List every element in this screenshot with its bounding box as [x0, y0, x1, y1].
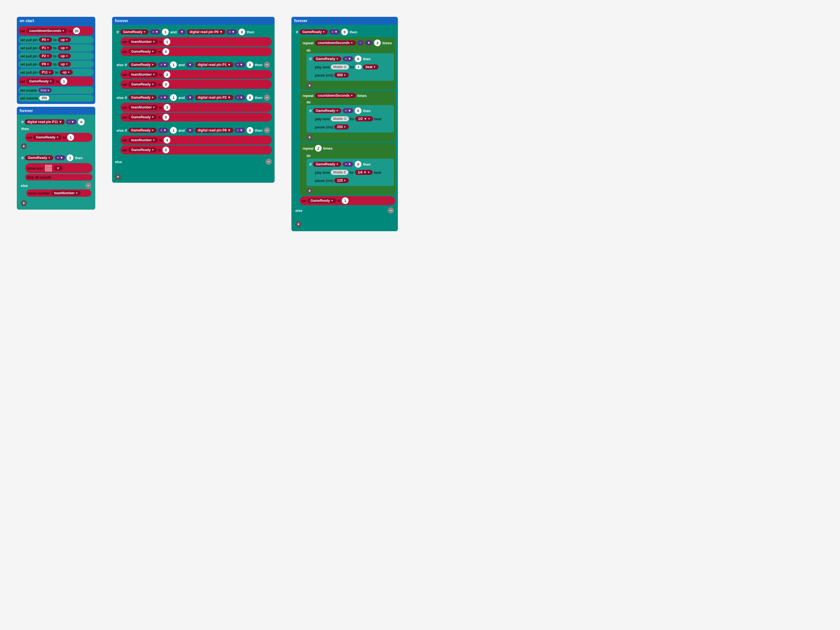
- else-col2-body: [115, 165, 272, 171]
- plus-repeat1[interactable]: +: [306, 82, 313, 88]
- dir-up-p0[interactable]: up: [58, 37, 71, 42]
- val-1-p2: 1: [170, 94, 177, 101]
- minus-p2[interactable]: −: [264, 95, 270, 101]
- plus-btn-col3[interactable]: +: [295, 221, 302, 227]
- val-2-r3: 2: [315, 145, 322, 152]
- countdown-div2[interactable]: countdownSeconds: [315, 40, 356, 46]
- team-num-3[interactable]: teamNumber: [128, 105, 158, 110]
- quarter-beat[interactable]: 1/4 ▼: [355, 170, 373, 175]
- ms-125[interactable]: 125: [334, 178, 349, 183]
- stop-all-sounds-row: stop all sounds: [25, 174, 92, 180]
- pin-p2[interactable]: P2: [39, 54, 52, 58]
- ms-500[interactable]: 500: [334, 73, 349, 77]
- team-number-var[interactable]: teamNumber: [51, 191, 81, 196]
- eq-op-p11[interactable]: = ▼: [66, 119, 76, 125]
- gr-0-p2[interactable]: GameReady: [128, 115, 156, 120]
- if-gr0-inner2-body: play tone Middle G for 1/2 ▼ beat pause …: [313, 115, 393, 131]
- gr-col3[interactable]: GameReady: [300, 29, 328, 35]
- pin-p0[interactable]: P0: [39, 37, 52, 42]
- pin-p8[interactable]: P8: [39, 62, 52, 67]
- gr-p2[interactable]: GameReady: [128, 95, 156, 100]
- eq-gr-col3[interactable]: = ▼: [329, 29, 340, 35]
- digital-read-p0[interactable]: digital read pin P0 ▼: [187, 29, 225, 35]
- eq-p0[interactable]: = ▼: [226, 29, 237, 35]
- digital-read-p8[interactable]: digital read pin P8 ▼: [195, 128, 233, 133]
- and-dd-p2[interactable]: ▼: [186, 95, 194, 100]
- plus-repeat3[interactable]: +: [306, 188, 313, 194]
- repeat-2-header: repeat 2 times: [301, 144, 394, 153]
- gr-col3-set[interactable]: GameReady: [308, 198, 336, 203]
- else-if-p2-header: else if GameReady = ▼ 1 and ▼ digital re…: [115, 93, 272, 102]
- minus-else-col3[interactable]: −: [388, 207, 394, 213]
- eq-gr-p1[interactable]: = ▼: [158, 62, 169, 67]
- else-header-col1: else −: [21, 182, 92, 189]
- val-1-p0: 1: [162, 28, 169, 35]
- gr-p1[interactable]: GameReady: [128, 62, 156, 67]
- eq-gr-p2[interactable]: = ▼: [158, 95, 169, 100]
- gr-0-p8[interactable]: GameReady: [128, 147, 156, 152]
- gr-inner1[interactable]: GameReady: [313, 56, 341, 62]
- gr-p0[interactable]: GameReady: [120, 29, 148, 35]
- gr-inner3[interactable]: GameReady: [313, 162, 341, 167]
- plus-btn-gr[interactable]: +: [21, 200, 27, 206]
- pin-p1[interactable]: P1: [39, 46, 52, 51]
- icon-dd[interactable]: ▼: [54, 166, 63, 171]
- minus-p8[interactable]: −: [264, 127, 270, 133]
- tone-middle-g-2[interactable]: Middle G: [331, 116, 349, 122]
- eq-gr-p0[interactable]: = ▼: [150, 29, 161, 35]
- eq-op-gr[interactable]: = ▼: [55, 155, 65, 160]
- digital-read-p11[interactable]: digital read pin P11 ▼: [25, 119, 65, 125]
- countdown-var[interactable]: countdownSeconds: [26, 28, 67, 33]
- digital-read-p2[interactable]: digital read pin P2 ▼: [195, 95, 233, 100]
- else-body-col1: show number teamNumber: [26, 189, 92, 197]
- on-start-header: on start: [17, 17, 95, 25]
- led-true[interactable]: true: [38, 88, 52, 93]
- beat-dd-1[interactable]: beat: [363, 65, 379, 69]
- eq-inner1[interactable]: = ▼: [343, 56, 353, 62]
- half-beat[interactable]: 1/2 ▼: [355, 116, 373, 122]
- eq-gr-p8[interactable]: = ▼: [158, 128, 169, 133]
- pin-p11[interactable]: P11: [39, 70, 54, 75]
- gr-0-p0[interactable]: GameReady: [128, 49, 156, 54]
- and-dd-p0[interactable]: ▼: [178, 29, 186, 35]
- and-dd-p8[interactable]: ▼: [186, 128, 194, 133]
- plus-button-p11[interactable]: +: [21, 143, 27, 149]
- dir-up-p11[interactable]: up: [60, 70, 73, 75]
- div-dd[interactable]: ▼: [365, 40, 373, 46]
- eq-inner2[interactable]: = ▼: [343, 108, 353, 113]
- beat-1: 1: [355, 65, 362, 69]
- gr-inner2[interactable]: GameReady: [313, 108, 341, 113]
- eq-inner3[interactable]: = ▼: [343, 162, 353, 167]
- gameready-var-2[interactable]: GameReady: [25, 155, 53, 160]
- eq-p2[interactable]: = ▼: [235, 95, 245, 100]
- digital-read-p1[interactable]: digital read pin P1 ▼: [195, 62, 233, 67]
- gameready-var-1[interactable]: GameReady: [26, 79, 55, 84]
- plus-col3: +: [294, 220, 395, 228]
- minus-p1[interactable]: −: [264, 62, 270, 68]
- ms-250[interactable]: 250: [334, 125, 349, 129]
- div-op[interactable]: ÷: [357, 40, 364, 46]
- and-dd-p1[interactable]: ▼: [186, 62, 194, 67]
- icon-grid[interactable]: [44, 164, 52, 172]
- gr-p8[interactable]: GameReady: [128, 128, 156, 133]
- tone-middle-e[interactable]: Middle E: [331, 170, 349, 175]
- else-block-col1: else − show number teamNumber: [20, 181, 92, 199]
- team-num-1[interactable]: teamNumber: [128, 39, 158, 44]
- eq-p1[interactable]: = ▼: [235, 62, 245, 67]
- minus-else-col2[interactable]: −: [265, 159, 272, 165]
- dir-up-p8[interactable]: up: [58, 62, 71, 67]
- team-num-2[interactable]: teamNumber: [128, 72, 158, 77]
- minus-else-col1[interactable]: −: [85, 182, 92, 189]
- countdown-var-r2[interactable]: countdownSeconds: [315, 93, 356, 98]
- gr-0-p1[interactable]: GameReady: [128, 82, 156, 87]
- plus-repeat2[interactable]: +: [306, 134, 313, 141]
- team-num-4[interactable]: teamNumber: [128, 137, 158, 143]
- dir-up-p1[interactable]: up: [58, 46, 71, 51]
- eq-p8[interactable]: = ▼: [235, 128, 245, 133]
- set-pull-p8: set pull pin P8 to up: [19, 60, 93, 68]
- tone-middle-g-1[interactable]: Middle G: [331, 65, 349, 69]
- val-0-gr-p0: 0: [163, 48, 169, 55]
- gameready-var-if[interactable]: GameReady: [33, 135, 62, 140]
- dir-up-p2[interactable]: up: [58, 54, 71, 58]
- plus-btn-col2[interactable]: +: [115, 174, 121, 180]
